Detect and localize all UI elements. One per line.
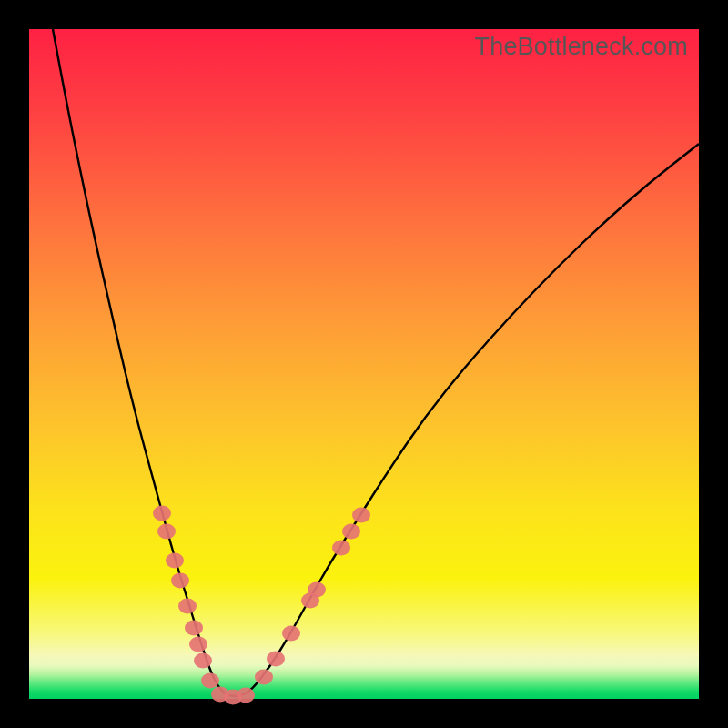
- curve-marker: [237, 688, 255, 703]
- chart-frame: TheBottleneck.com: [0, 0, 728, 728]
- curve-marker: [157, 524, 176, 540]
- curve-marker: [194, 653, 212, 669]
- curve-marker: [178, 599, 197, 614]
- curve-marker: [255, 670, 273, 685]
- curve-marker: [185, 621, 203, 636]
- curve-svg: [29, 29, 699, 699]
- curve-marker: [342, 524, 360, 540]
- curve-marker: [189, 637, 207, 652]
- bottleneck-curve: [53, 29, 699, 696]
- curve-marker: [332, 541, 350, 556]
- curve-marker: [153, 506, 171, 521]
- plot-area: TheBottleneck.com: [29, 29, 699, 699]
- curve-marker: [308, 582, 326, 598]
- curve-marker: [171, 573, 189, 589]
- curve-marker: [282, 626, 300, 642]
- curve-marker: [267, 652, 285, 667]
- curve-marker: [166, 553, 184, 569]
- marker-group: [153, 506, 370, 705]
- curve-marker: [352, 508, 370, 523]
- curve-marker: [201, 673, 219, 689]
